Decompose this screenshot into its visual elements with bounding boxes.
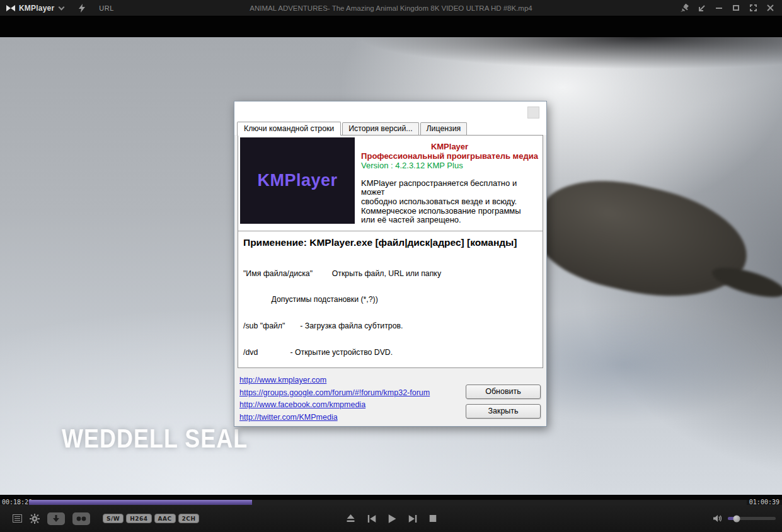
about-dialog: Ключи командной строки История версий...… <box>234 101 547 427</box>
tab-command-line-keys[interactable]: Ключи командной строки <box>237 122 341 136</box>
license-notice: KMPlayer распространяется бесплатно и мо… <box>361 179 538 225</box>
tab-version-history[interactable]: История версий... <box>342 122 418 135</box>
minimize-to-corner-icon[interactable] <box>696 3 708 14</box>
quick-panel-lightning-icon[interactable] <box>79 4 85 13</box>
usage-line: "Имя файла/диска" Открыть файл, URL или … <box>243 270 543 279</box>
always-on-top-pin-icon[interactable] <box>679 3 691 14</box>
link-kmplayer-site[interactable]: http://www.kmplayer.com <box>239 376 326 385</box>
dialog-header: Ключи командной строки История версий...… <box>234 101 546 135</box>
license-line: свободно использоваться везде и всюду. <box>361 197 538 207</box>
link-twitter[interactable]: http://twitter.com/KMPmedia <box>239 413 338 422</box>
usage-lines: "Имя файла/диска" Открыть файл, URL или … <box>243 252 543 368</box>
close-button[interactable] <box>764 3 776 14</box>
elapsed-time: 00:18:29 <box>0 500 29 505</box>
titlebar[interactable]: KMPlayer URL ANIMAL ADVENTURES- The Amaz… <box>0 0 782 16</box>
dialog-footer: http://www.kmplayer.com https://groups.g… <box>234 368 546 422</box>
link-google-forum[interactable]: https://groups.google.com/forum/#!forum/… <box>239 388 430 397</box>
eject-button[interactable] <box>346 514 355 523</box>
video-codec-badge: H264 <box>126 514 151 523</box>
version-text: Version : 4.2.3.12 KMP Plus <box>361 161 538 171</box>
fullscreen-button[interactable] <box>747 3 759 14</box>
dialog-content: KMPlayer KMPlayer Профессиональный проиг… <box>238 135 543 368</box>
chevron-down-icon[interactable] <box>59 4 65 10</box>
open-url-button[interactable]: URL <box>99 4 114 12</box>
tab-license[interactable]: Лицензия <box>420 122 468 135</box>
next-button[interactable] <box>408 515 417 523</box>
capture-download-icon[interactable] <box>47 512 65 525</box>
control-bar: S/W H264 AAC 2CH <box>0 505 782 532</box>
window-title: ANIMAL ADVENTURES- The Amazing Animal Ki… <box>0 4 782 12</box>
license-line: KMPlayer распространяется бесплатно и мо… <box>361 179 538 197</box>
total-time: 01:00:39 <box>747 500 782 505</box>
volume-slider[interactable] <box>728 517 776 520</box>
usage-heading: Применение: KMPlayer.exe [файл|диск|адре… <box>243 237 543 248</box>
about-subtitle: Профессиональный проигрыватель медиа <box>361 152 538 161</box>
seek-bar[interactable] <box>29 500 747 505</box>
link-facebook[interactable]: http://www.facebook.com/kmpmedia <box>239 400 365 409</box>
channels-badge: 2CH <box>178 514 200 523</box>
kmplayer-logo: KMPlayer <box>240 137 355 224</box>
settings-gear-icon[interactable] <box>30 514 40 524</box>
seek-row: 00:18:29 01:00:39 <box>0 500 782 505</box>
usage-line: Допустимы подстановки (*,?)) <box>243 296 543 304</box>
volume-speaker-icon[interactable] <box>713 514 723 523</box>
dialog-close-icon[interactable] <box>527 107 539 119</box>
kmplayer-logo-icon[interactable] <box>6 5 15 11</box>
app-menu-button[interactable]: KMPlayer <box>19 4 54 13</box>
letterbox-top <box>0 16 782 37</box>
playlist-icon[interactable] <box>13 514 22 523</box>
update-button[interactable]: Обновить <box>466 385 541 399</box>
render-mode-badge: S/W <box>103 514 124 523</box>
video-caption: WEDDELL SEAL <box>62 423 248 454</box>
vr-3d-glasses-icon[interactable] <box>72 512 90 525</box>
about-title: KMPlayer <box>361 142 538 152</box>
maximize-button[interactable] <box>730 3 742 14</box>
license-line: Коммерческое использование программы <box>361 207 538 216</box>
letterbox-bottom <box>0 495 782 500</box>
audio-codec-badge: AAC <box>154 514 176 523</box>
stop-button[interactable] <box>429 515 436 522</box>
usage-line: /dvd - Открытие устройство DVD. <box>243 349 543 357</box>
previous-button[interactable] <box>367 515 376 523</box>
license-line: или её частей запрещено. <box>361 216 538 225</box>
weddell-seal <box>527 165 757 315</box>
codec-badges: S/W H264 AAC 2CH <box>103 514 199 523</box>
volume-knob[interactable] <box>733 515 740 522</box>
progress-fill <box>29 500 252 505</box>
minimize-button[interactable] <box>713 3 725 14</box>
close-dialog-button[interactable]: Закрыть <box>466 404 541 419</box>
play-button[interactable] <box>388 514 396 523</box>
kmplayer-window: KMPlayer URL ANIMAL ADVENTURES- The Amaz… <box>0 0 782 532</box>
usage-line: /sub "файл" - Загрузка файла субтитров. <box>243 322 543 331</box>
dialog-tabs: Ключи командной строки История версий...… <box>237 122 468 135</box>
